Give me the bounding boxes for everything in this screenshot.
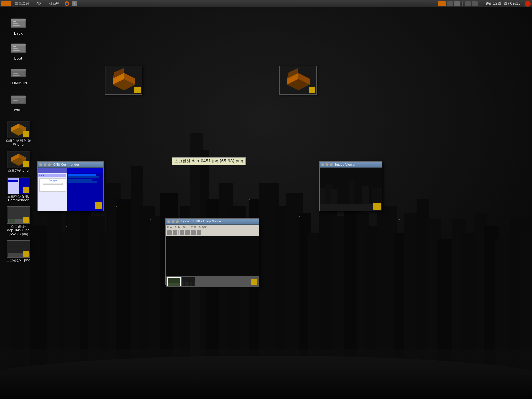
- win3-min[interactable]: [171, 220, 175, 223]
- win3-title: Eye of GNOME - Image Viewer: [181, 220, 221, 223]
- svg-rect-81: [13, 75, 20, 76]
- common-icon-img: [10, 65, 26, 80]
- system-tray: [438, 1, 482, 6]
- indicator-email[interactable]: [454, 1, 460, 6]
- desktop-icon-screenshot3[interactable]: 스크린샷-GNU Commender: [3, 175, 33, 204]
- panel-app-indicator: [1, 1, 11, 6]
- desktop-icon-screenshot5[interactable]: 스크린샷-1.png: [3, 239, 33, 264]
- win2-max[interactable]: [330, 163, 333, 166]
- screenshot4-label: 스크린샷-dcp_0451.jpg (65-98).png: [5, 224, 32, 236]
- win3-menu-edit[interactable]: 편집: [175, 225, 180, 229]
- win3-corner-icon: [251, 279, 257, 285]
- win3-menu-help[interactable]: 도움말: [199, 225, 207, 229]
- win1-titlebar: GNU Commander: [38, 162, 103, 168]
- thumb1-corner-icon: [134, 87, 141, 93]
- win2-title: Image Viewer: [335, 163, 356, 166]
- indicator-volume[interactable]: [472, 1, 478, 6]
- thumbnail-1-frame: [105, 66, 142, 95]
- screenshot3-label: 스크린샷-GNU Commender: [5, 195, 32, 202]
- svg-rect-86: [13, 100, 18, 101]
- screenshot1-label: 스크린샷-바탕 화면.png: [5, 139, 32, 147]
- win3-menu-view[interactable]: 보기: [183, 225, 188, 229]
- win3-max[interactable]: [176, 220, 179, 223]
- desktop-icon-screenshot1[interactable]: 스크린샷-바탕 화면.png: [3, 119, 33, 148]
- win2-screenshot-icon: [373, 203, 381, 210]
- screenshot1-thumb: [7, 121, 30, 138]
- thumbnail-1[interactable]: [105, 66, 142, 95]
- svg-rect-134: [189, 279, 190, 286]
- firefox-icon[interactable]: [64, 1, 69, 6]
- svg-point-83: [18, 76, 19, 77]
- menu-system[interactable]: 시스템: [46, 0, 62, 7]
- win1-close[interactable]: [39, 163, 42, 166]
- win1-title: GNU Commander: [53, 163, 79, 166]
- svg-rect-87: [13, 102, 20, 102]
- top-panel: 프로그램 위치 시스템 ? 9월 12일 (일) 09:15: [0, 0, 532, 7]
- svg-rect-106: [9, 219, 15, 223]
- panel-menu: 프로그램 위치 시스템 ?: [1, 0, 77, 7]
- win3-selected-thumb[interactable]: [167, 277, 181, 286]
- win1-max[interactable]: [48, 163, 51, 166]
- win3-menu-file[interactable]: 파일: [167, 225, 172, 229]
- win3-tool-zoom-out[interactable]: [185, 230, 190, 235]
- desktop-icon-work[interactable]: work: [3, 90, 33, 113]
- tooltip: 스크린샷-dcp_0451.jpg (65-98).png: [172, 157, 246, 165]
- win2-close[interactable]: [321, 163, 324, 166]
- back-icon-label: back: [14, 31, 23, 36]
- desktop-icon-boot[interactable]: boot: [3, 38, 33, 62]
- win2-min[interactable]: [325, 163, 329, 166]
- win3-thumb-strip: [166, 276, 259, 287]
- svg-rect-66: [13, 23, 18, 24]
- win3-tool-full[interactable]: [197, 230, 201, 235]
- win3-tool-next[interactable]: [173, 230, 177, 235]
- indicator-display[interactable]: [465, 1, 471, 6]
- svg-rect-80: [13, 73, 18, 74]
- win3-toolbar: [166, 229, 259, 236]
- menu-programs[interactable]: 프로그램: [12, 0, 32, 7]
- tray-separator: [462, 1, 463, 6]
- power-button[interactable]: [525, 1, 531, 7]
- svg-rect-79: [11, 69, 26, 71]
- win3-menu-go[interactable]: 이동: [191, 225, 196, 229]
- svg-rect-72: [11, 44, 26, 46]
- screenshot3-corner-icon: [23, 187, 29, 193]
- win3-titlebar: Eye of GNOME - Image Viewer: [166, 219, 259, 225]
- screenshot1-corner-icon: [23, 131, 29, 137]
- win3-tool-fit[interactable]: [191, 230, 196, 235]
- svg-rect-85: [11, 96, 26, 98]
- desktop-icons-panel: back boot: [0, 10, 50, 267]
- win3-thumb-2[interactable]: [182, 277, 195, 286]
- svg-rect-126: [320, 168, 382, 204]
- screenshot4-thumb: [7, 206, 30, 224]
- desktop-icon-screenshot2[interactable]: 스크린샷.png: [3, 149, 33, 174]
- window-preview-gnu-commander[interactable]: GNU Commander back boot common work Goog…: [37, 161, 104, 211]
- work-icon-label: work: [14, 108, 23, 112]
- indicator-1[interactable]: [438, 1, 446, 6]
- desktop-icon-common[interactable]: COMMON: [3, 63, 33, 87]
- screenshot2-label: 스크린샷.png: [8, 169, 29, 173]
- desktop-icon-screenshot4[interactable]: 스크린샷-dcp_0451.jpg (65-98).png: [3, 205, 33, 238]
- menu-places[interactable]: 위치: [33, 0, 45, 7]
- svg-rect-68: [13, 21, 16, 22]
- window-preview-main-viewer[interactable]: Eye of GNOME - Image Viewer 파일 편집 보기 이동 …: [165, 218, 259, 285]
- window-preview-image-viewer[interactable]: Image Viewer: [319, 161, 382, 211]
- thumbnail-2[interactable]: [279, 66, 317, 95]
- help-icon[interactable]: ?: [72, 1, 77, 6]
- panel-clock: 9월 12일 (일) 09:15: [483, 1, 523, 6]
- desktop-icon-back[interactable]: back: [3, 13, 33, 37]
- svg-rect-75: [13, 46, 16, 47]
- win3-close[interactable]: [167, 220, 170, 223]
- screenshot5-thumb: [7, 240, 30, 258]
- win3-tool-zoom-in[interactable]: [180, 230, 184, 235]
- boot-icon-label: boot: [14, 56, 23, 61]
- win3-tool-prev[interactable]: [167, 230, 172, 235]
- win3-image-area: [166, 236, 259, 276]
- indicator-network[interactable]: [447, 1, 453, 6]
- tray-separator-2: [480, 1, 480, 6]
- boot-icon-img: [10, 40, 26, 56]
- win1-google-overlay: Google: [39, 178, 66, 192]
- screenshot2-corner-icon: [23, 161, 29, 167]
- win1-min[interactable]: [43, 163, 47, 166]
- svg-rect-133: [184, 280, 185, 286]
- win3-menubar: 파일 편집 보기 이동 도움말: [166, 225, 259, 229]
